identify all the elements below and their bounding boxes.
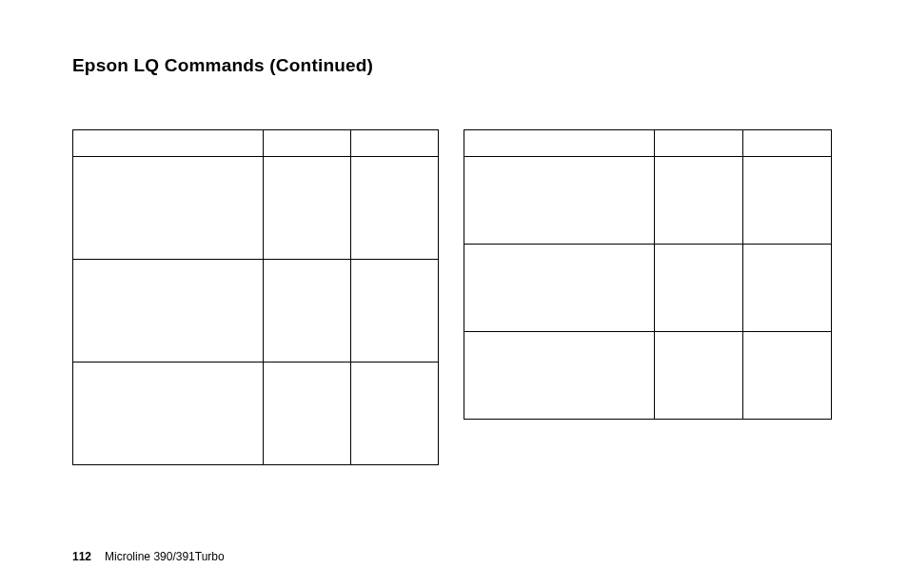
right-table-header-cell — [464, 130, 655, 157]
table-cell — [655, 157, 743, 245]
page-title: Epson LQ Commands (Continued) — [72, 55, 836, 76]
table-row — [464, 157, 832, 245]
left-table — [72, 129, 439, 465]
table-cell — [743, 332, 832, 420]
table-row — [73, 363, 439, 465]
table-cell — [351, 157, 439, 260]
right-table-header-cell — [655, 130, 743, 157]
table-cell — [464, 332, 655, 420]
table-row — [464, 245, 832, 332]
table-row — [73, 157, 439, 260]
table-cell — [464, 245, 655, 332]
page-footer: 112 Microline 390/391Turbo — [72, 550, 225, 563]
table-cell — [655, 245, 743, 332]
right-table-header-row — [464, 130, 832, 157]
left-table-header-cell — [73, 130, 264, 157]
left-table-header-cell — [264, 130, 351, 157]
table-cell — [264, 157, 351, 260]
right-table-header-cell — [743, 130, 832, 157]
tables-container — [72, 129, 836, 465]
table-cell — [73, 260, 264, 363]
table-cell — [743, 245, 832, 332]
table-cell — [73, 157, 264, 260]
document-page: Epson LQ Commands (Continued) — [0, 0, 908, 588]
table-cell — [351, 260, 439, 363]
right-table — [464, 129, 832, 420]
table-cell — [264, 363, 351, 465]
table-cell — [743, 157, 832, 245]
table-cell — [73, 363, 264, 465]
left-table-header-row — [73, 130, 439, 157]
footer-model: Microline 390/391Turbo — [105, 550, 225, 563]
table-cell — [351, 363, 439, 465]
page-number: 112 — [72, 550, 91, 563]
left-table-header-cell — [351, 130, 439, 157]
table-row — [464, 332, 832, 420]
table-cell — [264, 260, 351, 363]
table-cell — [464, 157, 655, 245]
table-row — [73, 260, 439, 363]
table-cell — [655, 332, 743, 420]
